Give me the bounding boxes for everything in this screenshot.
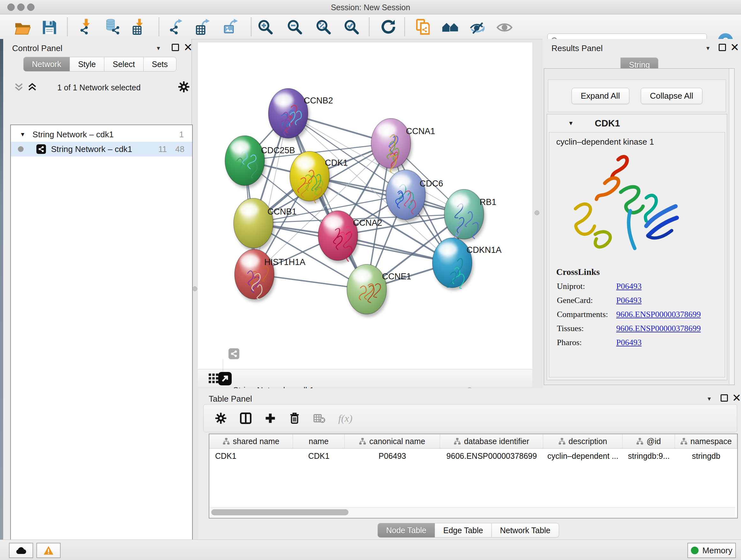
network-graph[interactable]: CCNB2CCNA1CDC25BCDK1CDC6RB1CCNB1CCNA2CDK…: [198, 43, 532, 369]
tab-select[interactable]: Select: [105, 57, 143, 71]
tab-sets[interactable]: Sets: [144, 57, 177, 71]
network-canvas[interactable]: CCNB2CCNA1CDC25BCDK1CDC6RB1CCNB1CCNA2CDK…: [198, 43, 532, 369]
tab-node-table[interactable]: Node Table: [378, 523, 435, 538]
status-bar: Memory: [0, 540, 741, 560]
network-collection-row[interactable]: ▼ String Network – cdk1 1: [11, 127, 192, 142]
show-columns-icon[interactable]: [240, 413, 252, 424]
table-panel-float-icon[interactable]: [721, 394, 728, 401]
collapse-all-button[interactable]: Collapse All: [641, 88, 703, 104]
tab-style[interactable]: Style: [70, 57, 105, 71]
scrollbar-thumb[interactable]: [211, 509, 348, 515]
left-splitter-handle[interactable]: [192, 287, 197, 291]
results-panel-float-icon[interactable]: [719, 44, 726, 51]
crosslink-row: Pharos:P06493: [557, 338, 725, 348]
crosslink-row: GeneCard:P06493: [557, 296, 725, 305]
open-in-window-icon[interactable]: [218, 372, 232, 385]
hide-selected-icon[interactable]: [470, 20, 486, 36]
memory-button[interactable]: Memory: [687, 543, 736, 558]
network-edge-count: 48: [175, 144, 185, 154]
column-header-name[interactable]: name: [293, 434, 345, 448]
save-session-icon[interactable]: [42, 19, 57, 36]
node-label: CDC25B: [261, 145, 295, 155]
table-horizontal-scrollbar[interactable]: [210, 507, 735, 517]
zoom-in-icon[interactable]: [257, 19, 273, 35]
network-node-CDC6[interactable]: CDC6: [386, 170, 443, 223]
import-network-file-icon[interactable]: [78, 19, 94, 35]
tab-network[interactable]: Network: [23, 57, 70, 71]
network-options-gear-icon[interactable]: [178, 81, 190, 92]
crosslink-link[interactable]: P06493: [616, 338, 642, 348]
node-table[interactable]: shared namenamecanonical namedatabase id…: [209, 434, 738, 518]
network-row[interactable]: String Network – cdk1 11 48: [11, 142, 192, 157]
crosslink-label: GeneCard:: [557, 296, 616, 305]
node-label: CDK1: [325, 158, 348, 168]
crosslink-link[interactable]: 9606.ENSP00000378699: [616, 310, 701, 319]
table-settings-gear-icon[interactable]: [215, 413, 226, 424]
network-thumbnail-icon[interactable]: [228, 348, 239, 359]
control-panel-float-icon[interactable]: [172, 44, 179, 51]
table-panel-title: Table Panel: [209, 394, 252, 404]
column-header-canonical-name[interactable]: canonical name: [345, 434, 440, 448]
import-table-file-icon[interactable]: [131, 19, 147, 35]
right-splitter-handle[interactable]: [535, 210, 539, 215]
import-network-database-icon[interactable]: [105, 19, 121, 35]
table-cell: stringdb:9...: [623, 451, 675, 461]
control-panel-title: Control Panel: [12, 44, 63, 53]
section-collapse-icon[interactable]: ▼: [568, 120, 574, 127]
first-neighbors-icon[interactable]: [442, 21, 458, 33]
birds-eye-grid-icon[interactable]: [209, 374, 218, 383]
toolbar-separator: [158, 17, 159, 36]
show-all-icon[interactable]: [496, 21, 513, 34]
tab-edge-table[interactable]: Edge Table: [435, 523, 492, 538]
network-node-CDK1[interactable]: CDK1: [290, 151, 348, 204]
network-node-RB1[interactable]: RB1: [444, 189, 496, 242]
title-bar: Session: New Session: [0, 0, 741, 14]
column-header-namespace[interactable]: namespace: [675, 434, 737, 448]
column-header-shared-name[interactable]: shared name: [209, 434, 293, 448]
export-network-icon[interactable]: [169, 19, 185, 35]
results-panel-menu-icon[interactable]: ▼: [705, 45, 711, 52]
zoom-out-icon[interactable]: [286, 19, 302, 35]
table-panel-menu-icon[interactable]: ▼: [706, 396, 712, 402]
delete-column-trash-icon[interactable]: [289, 412, 300, 424]
crosslink-link[interactable]: 9606.ENSP00000378699: [616, 324, 701, 333]
zoom-fit-icon[interactable]: [315, 19, 331, 35]
expand-all-button[interactable]: Expand All: [571, 88, 629, 104]
column-header-database-identifier[interactable]: database identifier: [440, 434, 543, 448]
column-header-description[interactable]: description: [543, 434, 622, 448]
crosslink-link[interactable]: P06493: [616, 296, 642, 305]
toolbar-separator: [67, 17, 68, 36]
tree-expander-icon[interactable]: ▼: [20, 131, 25, 138]
table-panel-close-icon[interactable]: ✕: [732, 395, 741, 401]
results-panel-scrollbar[interactable]: [729, 69, 734, 384]
network-node-HIST1H1A[interactable]: HIST1H1A: [234, 249, 306, 302]
cloud-icon: [15, 546, 27, 555]
zoom-selected-icon[interactable]: [343, 19, 359, 35]
duplicate-network-icon[interactable]: [415, 19, 431, 35]
warnings-button[interactable]: [37, 543, 61, 558]
results-panel-close-icon[interactable]: ✕: [730, 44, 739, 51]
open-session-icon[interactable]: [15, 20, 30, 36]
gene-section-header[interactable]: ▼ CDK1: [547, 114, 727, 132]
tab-network-table[interactable]: Network Table: [492, 523, 559, 538]
crosslink-label: Compartments:: [557, 310, 616, 319]
export-image-icon[interactable]: [223, 19, 239, 35]
crosslinks-heading: CrossLinks: [556, 267, 725, 277]
memory-label: Memory: [702, 546, 732, 556]
collapse-all-networks-icon[interactable]: [14, 82, 23, 92]
control-panel-close-icon[interactable]: ✕: [184, 44, 193, 51]
crosslink-link[interactable]: P06493: [616, 282, 642, 291]
network-node-CCNE1[interactable]: CCNE1: [347, 264, 411, 317]
create-column-icon[interactable]: [265, 413, 276, 424]
network-node-CCNA1[interactable]: CCNA1: [371, 118, 435, 172]
table-row[interactable]: CDK1CDK1P064939606.ENSP00000378699cyclin…: [209, 449, 737, 463]
control-panel-menu-icon[interactable]: ▼: [156, 45, 161, 52]
crosslinks-list: Uniprot:P06493GeneCard:P06493Compartment…: [549, 282, 725, 348]
column-header-@id[interactable]: @id: [623, 434, 675, 448]
cloud-services-button[interactable]: [9, 543, 33, 558]
expand-all-networks-icon[interactable]: [27, 82, 37, 92]
refresh-icon[interactable]: [381, 19, 396, 35]
export-table-icon[interactable]: [195, 19, 211, 35]
network-node-CDKN1A[interactable]: CDKN1A: [432, 238, 502, 291]
network-selection-status: 1 of 1 Network selected: [42, 83, 156, 92]
